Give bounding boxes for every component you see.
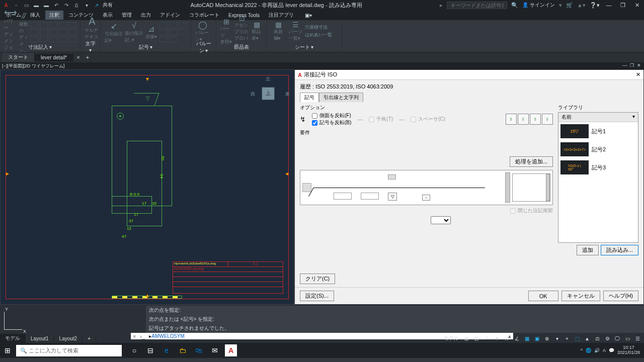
start-button[interactable]: ⊞ [0, 343, 15, 358]
library-item-1[interactable]: z5▽記号1 [558, 122, 638, 140]
task-explorer-icon[interactable]: 🗀 [175, 343, 190, 358]
lib-col-name[interactable]: 名前 [561, 114, 572, 121]
library-add-button[interactable]: 追加 [577, 245, 599, 255]
dialog-close-button[interactable]: ✕ [636, 71, 640, 78]
tray-notif-icon[interactable]: 💬 [609, 348, 614, 353]
close-button[interactable]: ✕ [632, 2, 642, 9]
asm-prop-button[interactable]: ⊡アセンブリの プロパティ [234, 22, 249, 40]
help-button[interactable]: ヘルプ(H) [603, 291, 638, 301]
vp-minimize-icon[interactable]: — [622, 63, 628, 69]
status-iso-icon[interactable]: ⬚ [573, 334, 582, 342]
qat-more-icon[interactable]: ▾ [83, 1, 91, 9]
tab-insert[interactable]: 挿入 [26, 11, 44, 20]
status-osnap-icon[interactable]: □ [502, 334, 511, 342]
status-plus-icon[interactable]: + [562, 334, 572, 342]
flip-symbol-checkbox[interactable]: 記号を反転(B) [312, 119, 351, 126]
tail-select[interactable] [431, 216, 451, 224]
closed-tail-checkbox[interactable]: 閉じた注記尾部 [510, 207, 553, 214]
tray-volume-icon[interactable]: 🔊 [594, 348, 600, 353]
signin-button[interactable]: 👤 サインイン [522, 2, 555, 9]
part-ref-button[interactable]: ⊞パーツ 参照▾ [220, 22, 232, 40]
mtext-button[interactable]: Aマルチ テキスト [85, 22, 100, 40]
weld-field-2[interactable] [361, 193, 379, 200]
minimize-button[interactable]: — [604, 2, 614, 8]
search-icon[interactable]: 🔍 [511, 2, 518, 9]
tray-chevron-icon[interactable]: ^ [581, 348, 583, 353]
library-item-2[interactable]: ×3×3<3×3×7>記号2 [558, 140, 638, 158]
cmd-close-icon[interactable]: × [131, 333, 138, 339]
align-btn-2[interactable]: ⦀ [518, 114, 529, 125]
weld-contour-button[interactable]: - [422, 195, 430, 201]
status-menu-icon[interactable]: ☰ [633, 334, 642, 342]
cart-icon[interactable]: 🛒 [566, 2, 573, 9]
taskbar-search[interactable]: 🔍 ここに入力して検索 [16, 345, 122, 356]
library-item-3[interactable]: h3s5 ∕₂∖ 60°記号3 [558, 158, 638, 176]
tray-date[interactable]: 2021/01/28 [617, 350, 640, 355]
drawing-canvas[interactable]: ▽ 50 94 R 0.5 17 10 17 37 12 47 trip/mec… [0, 69, 294, 305]
file-tab-lever[interactable]: lever detail* [35, 54, 73, 61]
maximize-button[interactable]: ❐ [618, 2, 628, 9]
file-tab-close-icon[interactable]: × [73, 54, 83, 60]
task-cortana-icon[interactable]: ○ [127, 343, 142, 358]
file-tab-start[interactable]: スタート [2, 53, 35, 62]
vp-close-icon[interactable]: ✕ [636, 63, 642, 69]
share-label[interactable]: 共有 [103, 2, 113, 9]
tray-network-icon[interactable]: 🌐 [586, 348, 591, 353]
help-icon[interactable]: ❔▾ [590, 2, 600, 9]
bom-button[interactable]: ▦部品表▾ [252, 22, 262, 40]
layout-1[interactable]: Layout1 [26, 335, 54, 342]
spacer-checkbox[interactable]: スペーサ(C) [411, 116, 445, 123]
status-monitor-icon[interactable]: 🖵 [613, 334, 622, 342]
viewcube[interactable]: 北 西 東 上 [251, 76, 286, 111]
status-lwt-icon[interactable]: ▦ [522, 334, 531, 342]
preview-scroll[interactable] [505, 172, 510, 203]
status-transp-icon[interactable]: ▣ [532, 334, 541, 342]
task-store-icon[interactable]: 🛍 [191, 343, 206, 358]
status-annot-icon[interactable]: ▲ [583, 334, 592, 342]
tab-view[interactable]: 表示 [99, 11, 117, 20]
stagger-checkbox[interactable]: 千鳥(T) [369, 116, 393, 123]
tab-leader-text[interactable]: 引出線と文字列 [319, 93, 363, 102]
align-btn-4[interactable]: ⦀ [542, 114, 553, 125]
status-ortho-icon[interactable]: └ [482, 334, 491, 342]
cmd-chevron-icon[interactable]: ›_ [138, 333, 147, 339]
surface-texture-button[interactable]: √面の指示記..▾ [125, 23, 143, 41]
status-model[interactable]: モデル [442, 334, 461, 342]
status-grid-icon[interactable]: ⊞ [462, 334, 471, 342]
qat-save-icon[interactable]: ▬ [32, 1, 40, 9]
weld-type-button[interactable]: ▽ [388, 193, 397, 201]
task-edge-icon[interactable]: e [159, 343, 174, 358]
qat-print-icon[interactable]: ⎙ [72, 1, 80, 9]
multi-dimension-button[interactable]: ⫽複数の ディメン... [19, 23, 28, 41]
library-load-button[interactable]: 読み込み... [601, 245, 638, 255]
partslist-button[interactable]: ☰パーツ 一覧▾ [288, 22, 303, 40]
cancel-button[interactable]: キャンセル [561, 291, 600, 301]
task-mail-icon[interactable]: ✉ [207, 343, 222, 358]
tab-manage[interactable]: 管理 [118, 11, 136, 20]
weld-field-1[interactable] [334, 193, 352, 200]
flip-side-checkbox[interactable]: 側面を反転(F) [312, 112, 351, 119]
leader-note-button[interactable]: ↙引出線注記▾ [105, 23, 123, 41]
power-dimension-button[interactable]: ⟷パワー ディメンジョン [4, 23, 17, 41]
add-process-button[interactable]: 処理を追加... [510, 156, 553, 167]
panel-symbols[interactable]: 記号 ▾ [105, 44, 187, 51]
clear-button[interactable]: クリア(C) [300, 274, 335, 284]
status-cycling-icon[interactable]: ⊕ [542, 334, 551, 342]
settings-button[interactable]: 設定(S)... [300, 291, 334, 301]
qat-undo-icon[interactable]: ↶ [52, 1, 60, 9]
weld-button[interactable]: ⊿溶接▾ [145, 23, 157, 41]
layout-add-icon[interactable]: + [83, 335, 96, 342]
vp-restore-icon[interactable]: ❐ [629, 63, 635, 69]
help-search-input[interactable] [447, 2, 507, 9]
ucs-icon[interactable]: Y X [0, 305, 30, 334]
status-scale-icon[interactable]: ⚖ [593, 334, 602, 342]
align-btn-1[interactable]: ⦀ [506, 114, 517, 125]
tab-toggle-icon[interactable]: ▣▾ [301, 12, 316, 19]
hole-coord-button[interactable]: 穴座標寸法 [305, 24, 332, 31]
tab-collaborate[interactable]: コラボレート [185, 11, 223, 20]
panel-balloon[interactable]: バルーン ▾ [195, 40, 212, 54]
viewport-label[interactable]: [−][平面図][2D ワイヤフレーム] [2, 63, 64, 69]
qat-redo-icon[interactable]: ↷ [62, 1, 70, 9]
task-autocad-icon[interactable]: A [225, 344, 237, 356]
file-tab-new-icon[interactable]: + [83, 54, 92, 60]
